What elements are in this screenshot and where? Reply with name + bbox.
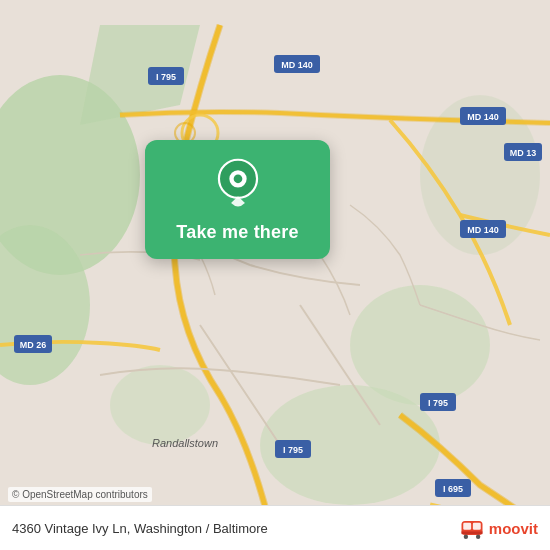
svg-rect-37 (461, 532, 482, 535)
map-pin-icon (212, 158, 264, 210)
svg-text:MD 140: MD 140 (467, 225, 499, 235)
svg-text:I 795: I 795 (283, 445, 303, 455)
map-container: I 795 MD 140 MD 140 MD 140 MD 13 I 795 I… (0, 0, 550, 550)
svg-text:MD 13: MD 13 (510, 148, 537, 158)
map-svg: I 795 MD 140 MD 140 MD 140 MD 13 I 795 I… (0, 0, 550, 550)
info-bar: 4360 Vintage Ivy Ln, Washington / Baltim… (0, 505, 550, 550)
svg-text:MD 140: MD 140 (281, 60, 313, 70)
moovit-bus-icon (458, 514, 486, 542)
map-attribution: © OpenStreetMap contributors (8, 487, 152, 502)
svg-rect-34 (473, 523, 481, 530)
svg-point-36 (476, 535, 480, 539)
svg-rect-33 (463, 523, 471, 530)
svg-text:I 795: I 795 (156, 72, 176, 82)
moovit-text: moovit (489, 520, 538, 537)
svg-point-31 (233, 174, 242, 183)
svg-point-4 (110, 365, 210, 445)
svg-point-35 (464, 535, 468, 539)
moovit-logo: moovit (458, 514, 538, 542)
svg-text:I 795: I 795 (428, 398, 448, 408)
svg-text:MD 140: MD 140 (467, 112, 499, 122)
take-me-there-button[interactable]: Take me there (176, 222, 298, 243)
svg-text:I 695: I 695 (443, 484, 463, 494)
cta-card[interactable]: Take me there (145, 140, 330, 259)
address-label: 4360 Vintage Ivy Ln, Washington / Baltim… (12, 521, 268, 536)
svg-text:Randallstown: Randallstown (152, 437, 218, 449)
svg-text:MD 26: MD 26 (20, 340, 47, 350)
